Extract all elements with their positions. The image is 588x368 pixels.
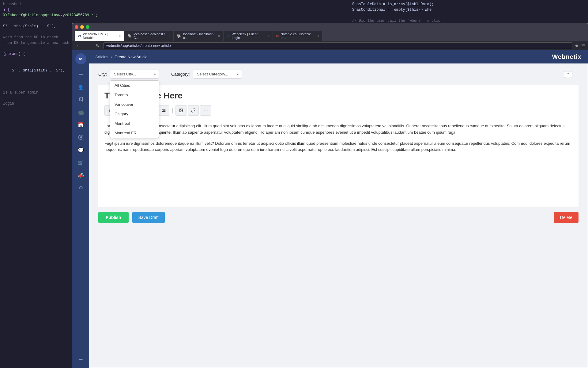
city-dropdown-menu: All Cities Toronto Vancouver Calgary Mon…: [110, 80, 159, 138]
tab-localhost-2[interactable]: 🐘 localhost / localhost / c... ×: [174, 31, 223, 41]
sidebar-item-settings[interactable]: ⚙: [75, 182, 86, 193]
logo-text: Webnetix: [552, 53, 582, 60]
maximize-button[interactable]: [86, 25, 89, 29]
align-right-button[interactable]: [158, 105, 169, 116]
code-line: [352, 13, 585, 18]
tab-localhost-1[interactable]: 🐘 localhost / localhost / C... ×: [124, 31, 173, 41]
minimize-button[interactable]: [80, 25, 84, 29]
category-select-wrapper: Select Category... ▼: [193, 70, 242, 79]
category-label: Category:: [171, 72, 190, 77]
bookmark-button[interactable]: ★: [575, 43, 579, 48]
address-input[interactable]: [104, 42, 572, 49]
collapse-button[interactable]: ⌃: [564, 71, 572, 78]
tab-label: localhost / localhost / c...: [183, 32, 216, 40]
tab-favicon: N: [276, 34, 279, 38]
field-row: City: Select City... All Cities Toronto …: [98, 70, 579, 79]
tab-close-icon[interactable]: ×: [218, 34, 220, 38]
tab-close-icon[interactable]: ×: [168, 34, 170, 38]
tab-label: Notable.ca | Notable In...: [281, 32, 315, 40]
code-line: XYZabcdefghijklmnopqrstuvwxyz0123456789.…: [3, 13, 118, 18]
sidebar: ∞ ☰ 👤 🖼 📹 📅 💬 🛒: [72, 50, 89, 368]
cms-container: ∞ ☰ 👤 🖼 📹 📅 💬 🛒: [72, 50, 588, 368]
menu-icon: ☰: [79, 72, 83, 78]
city-select-wrapper: Select City... All Cities Toronto Vancou…: [110, 70, 159, 79]
city-label: City:: [98, 72, 107, 77]
sidebar-logo[interactable]: ∞: [75, 53, 86, 64]
chat-icon: 💬: [78, 147, 84, 153]
top-nav: Articles › Create New Article Webnetix: [89, 50, 588, 63]
navigation-icon: [78, 135, 84, 140]
user-icon: 👤: [78, 84, 84, 90]
tab-close-icon[interactable]: ×: [119, 34, 121, 38]
city-option-montreal[interactable]: Montreal: [110, 119, 159, 128]
svg-marker-1: [80, 136, 81, 138]
settings-icon: ⚙: [79, 185, 83, 191]
city-option-vancouver[interactable]: Vancouver: [110, 100, 159, 109]
tab-webnetix-login[interactable]: W WebNetix | Client Login ×: [224, 31, 273, 41]
publish-button[interactable]: Publish: [98, 212, 129, 223]
action-row: Publish Save Draft Delete: [98, 207, 579, 228]
save-draft-button[interactable]: Save Draft: [132, 212, 165, 223]
tab-label: WebNetix CMS | Notable: [83, 32, 117, 40]
category-select[interactable]: Select Category...: [193, 70, 242, 79]
tab-label: WebNetix | Client Login: [232, 32, 266, 40]
code-line: $hasTableData = is_array($tableData);: [352, 2, 585, 7]
insert-code-button[interactable]: <>: [200, 105, 211, 116]
toolbar-separator-2: |: [171, 105, 174, 116]
article-title[interactable]: Title of Article Here: [104, 91, 572, 101]
logo-area: Webnetix: [552, 53, 582, 60]
city-option-calgary[interactable]: Calgary: [110, 109, 159, 119]
sidebar-item-video[interactable]: 📹: [75, 107, 86, 118]
editor-toolbar: B U | |: [104, 105, 572, 118]
close-button[interactable]: [75, 25, 78, 29]
breadcrumb: Articles › Create New Article: [95, 55, 148, 59]
article-content-area: Title of Article Here B U |: [98, 85, 579, 207]
tab-label: localhost / localhost / C...: [134, 32, 167, 40]
category-field-group: Category: Select Category... ▼: [171, 70, 242, 79]
city-field-group: City: Select City... All Cities Toronto …: [98, 70, 159, 79]
insert-link-button[interactable]: [188, 105, 199, 116]
calendar-icon: 📅: [78, 122, 84, 128]
browser-tabs: W WebNetix CMS | Notable × 🐘 localhost /…: [72, 31, 588, 41]
sidebar-item-logout[interactable]: ⬅: [75, 354, 86, 365]
city-select[interactable]: Select City... All Cities Toronto Vancou…: [110, 70, 159, 79]
sidebar-item-menu[interactable]: ☰: [75, 69, 86, 80]
delete-button[interactable]: Delete: [554, 212, 579, 223]
back-button[interactable]: ←: [75, 43, 82, 49]
sidebar-item-images[interactable]: 🖼: [75, 94, 86, 105]
tab-close-icon[interactable]: ×: [268, 34, 270, 38]
code-line: b hashed: [3, 2, 118, 7]
tab-close-icon[interactable]: ×: [317, 34, 319, 38]
code-line: ) {: [3, 7, 118, 13]
main-content: Articles › Create New Article Webnetix C…: [89, 50, 588, 368]
tab-favicon: W: [227, 34, 230, 38]
article-paragraph-2: Fugit ipsum iure dignissimos doloremque …: [104, 140, 572, 153]
tab-favicon: 🐘: [177, 34, 181, 38]
forward-button[interactable]: →: [85, 43, 92, 49]
sidebar-item-chat[interactable]: 💬: [75, 144, 86, 155]
city-option-all-cities[interactable]: All Cities: [110, 81, 159, 90]
sidebar-item-cart[interactable]: 🛒: [75, 157, 86, 168]
sidebar-item-user[interactable]: 👤: [75, 82, 86, 93]
logo-icon: ∞: [79, 56, 83, 62]
tab-webnetix-cms[interactable]: W WebNetix CMS | Notable ×: [75, 31, 124, 41]
sidebar-item-navigation[interactable]: [75, 132, 86, 143]
city-option-montreal-fr[interactable]: Montreal FR: [110, 128, 159, 138]
sidebar-item-calendar[interactable]: 📅: [75, 119, 86, 130]
megaphone-icon: 📣: [78, 172, 84, 178]
insert-image-button[interactable]: [175, 105, 187, 116]
tab-favicon: W: [78, 34, 81, 38]
breadcrumb-articles[interactable]: Articles: [95, 55, 108, 59]
refresh-button[interactable]: ↻: [94, 43, 101, 49]
video-icon: 📹: [78, 109, 84, 115]
cart-icon: 🛒: [78, 160, 84, 166]
breadcrumb-separator: ›: [111, 55, 112, 59]
sidebar-item-marketing[interactable]: 📣: [75, 170, 86, 181]
breadcrumb-current: Create New Article: [115, 55, 148, 59]
browser-menu-button[interactable]: ☰: [581, 43, 585, 48]
city-option-toronto[interactable]: Toronto: [110, 90, 159, 100]
address-bar: ← → ↻ ★ ☰: [72, 41, 588, 50]
tab-notable[interactable]: N Notable.ca | Notable In... ×: [273, 31, 322, 41]
window-controls: [72, 23, 588, 31]
tab-favicon: 🐘: [127, 34, 132, 38]
